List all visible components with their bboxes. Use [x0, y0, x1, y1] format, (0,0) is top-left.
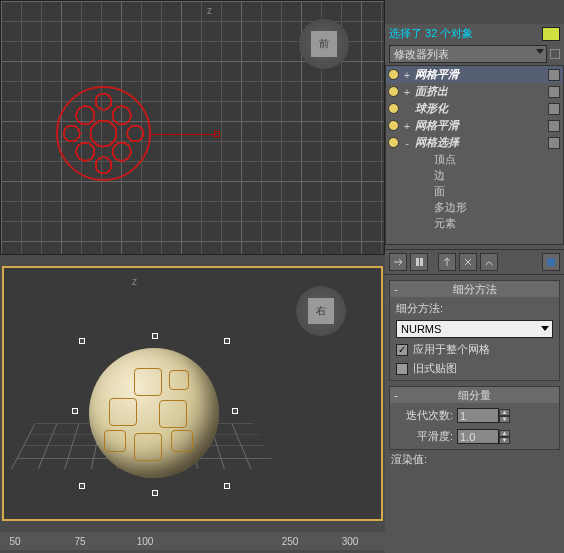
- stack-item-label: 球形化: [415, 101, 448, 116]
- iterations-spinner[interactable]: ▲▼: [457, 408, 510, 423]
- chevron-down-icon: [541, 326, 549, 331]
- object-color-swatch[interactable]: [542, 27, 560, 41]
- expand-icon[interactable]: +: [402, 120, 412, 132]
- checkbox-label: 旧式贴图: [413, 361, 457, 376]
- render-values-label: 渲染值:: [385, 450, 564, 469]
- viewcube-perspective[interactable]: 右: [296, 286, 346, 336]
- iterations-label: 迭代次数:: [398, 408, 453, 423]
- modifier-list-row: 修改器列表: [385, 43, 564, 65]
- viewcube-face[interactable]: 前: [311, 31, 337, 57]
- stack-item[interactable]: - 网格选择: [386, 134, 563, 151]
- method-label: 细分方法:: [396, 301, 553, 316]
- rollout-title: 细分方法: [453, 282, 497, 297]
- svg-rect-7: [547, 258, 555, 266]
- collapse-icon: -: [394, 283, 398, 295]
- wireframe-object[interactable]: [56, 86, 151, 181]
- expand-icon[interactable]: +: [402, 69, 412, 81]
- preserve-icon[interactable]: [480, 253, 498, 271]
- subobject-level[interactable]: 面: [386, 183, 563, 199]
- toggle-icon[interactable]: [388, 120, 399, 131]
- stack-item-check[interactable]: [548, 120, 560, 132]
- svg-rect-5: [416, 258, 419, 266]
- rollout-title: 细分量: [458, 388, 491, 403]
- combo-value: NURMS: [401, 323, 441, 335]
- rollout-header[interactable]: - 细分方法: [390, 281, 559, 297]
- toggle-icon[interactable]: [388, 103, 399, 114]
- viewcube-face[interactable]: 右: [308, 298, 334, 324]
- stack-item-check[interactable]: [548, 86, 560, 98]
- smoothness-spinner[interactable]: ▲▼: [457, 429, 510, 444]
- toggle-icon[interactable]: [388, 69, 399, 80]
- stack-item[interactable]: + 网格平滑: [386, 117, 563, 134]
- old-mapping-checkbox[interactable]: 旧式贴图: [396, 361, 553, 376]
- stack-item[interactable]: + 网格平滑: [386, 66, 563, 83]
- stack-item-label: 网格选择: [415, 135, 459, 150]
- toggle-icon[interactable]: [388, 137, 399, 148]
- modifier-list-dropdown[interactable]: 修改器列表: [389, 45, 547, 63]
- selection-status-row: 选择了 32 个对象: [385, 24, 564, 43]
- svg-rect-6: [420, 258, 423, 266]
- stack-item-label: 网格平滑: [415, 118, 459, 133]
- toggle-icon[interactable]: [388, 86, 399, 97]
- smoothness-label: 平滑度:: [398, 429, 453, 444]
- subobject-level[interactable]: 多边形: [386, 199, 563, 215]
- time-ruler[interactable]: 50 75 100 250 300: [0, 532, 385, 550]
- viewport-perspective[interactable]: z 右: [2, 266, 383, 521]
- rollout-subdivision-method: - 细分方法 细分方法: NURMS 应用于整个网格 旧式贴图: [389, 280, 560, 381]
- pin-stack-icon[interactable]: [389, 253, 407, 271]
- shaded-object[interactable]: [64, 328, 244, 508]
- modifier-stack[interactable]: + 网格平滑 + 面挤出 球形化 + 网格平滑 - 网格选择 顶点: [385, 65, 564, 245]
- stack-item-check[interactable]: [548, 137, 560, 149]
- subobject-level[interactable]: 边: [386, 167, 563, 183]
- configure-sets-button[interactable]: [550, 49, 560, 59]
- stack-item[interactable]: 球形化: [386, 100, 563, 117]
- spinner-down-icon[interactable]: ▼: [499, 416, 510, 423]
- stack-item-label: 网格平滑: [415, 67, 459, 82]
- checkbox-icon: [396, 344, 408, 356]
- stack-item-check[interactable]: [548, 103, 560, 115]
- selection-status: 选择了 32 个对象: [389, 26, 539, 41]
- viewport-top[interactable]: z 前: [0, 0, 385, 255]
- smoothness-input[interactable]: [457, 429, 499, 444]
- axis-z-label: z: [207, 5, 212, 16]
- stack-item-check[interactable]: [548, 69, 560, 81]
- checkbox-icon: [396, 363, 408, 375]
- rollout-header[interactable]: - 细分量: [390, 387, 559, 403]
- expand-icon[interactable]: -: [402, 137, 412, 149]
- show-end-result-icon[interactable]: [410, 253, 428, 271]
- modifier-list-label: 修改器列表: [394, 47, 449, 62]
- expand-icon[interactable]: +: [402, 86, 412, 98]
- viewport-area: z 前 z: [0, 0, 385, 553]
- iterations-input[interactable]: [457, 408, 499, 423]
- command-panel: 选择了 32 个对象 修改器列表 + 网格平滑 + 面挤出 球形化: [385, 24, 564, 553]
- stack-item[interactable]: + 面挤出: [386, 83, 563, 100]
- checkbox-label: 应用于整个网格: [413, 342, 490, 357]
- subobject-level[interactable]: 顶点: [386, 151, 563, 167]
- make-unique-icon[interactable]: [438, 253, 456, 271]
- chevron-down-icon: [536, 49, 544, 54]
- collapse-icon: -: [394, 389, 398, 401]
- apply-whole-mesh-checkbox[interactable]: 应用于整个网格: [396, 342, 553, 357]
- rollout-subdivision-amount: - 细分量 迭代次数: ▲▼ 平滑度: ▲▼: [389, 386, 560, 450]
- axis-z-label: z: [132, 276, 137, 287]
- configure-sets-icon[interactable]: [542, 253, 560, 271]
- spinner-down-icon[interactable]: ▼: [499, 437, 510, 444]
- stack-tool-row: [385, 249, 564, 275]
- transform-handle[interactable]: [214, 131, 220, 137]
- remove-modifier-icon[interactable]: [459, 253, 477, 271]
- viewcube-top[interactable]: 前: [299, 19, 349, 69]
- subobject-level[interactable]: 元素: [386, 215, 563, 231]
- spinner-up-icon[interactable]: ▲: [499, 430, 510, 437]
- spinner-up-icon[interactable]: ▲: [499, 409, 510, 416]
- method-combo[interactable]: NURMS: [396, 320, 553, 338]
- stack-item-label: 面挤出: [415, 84, 448, 99]
